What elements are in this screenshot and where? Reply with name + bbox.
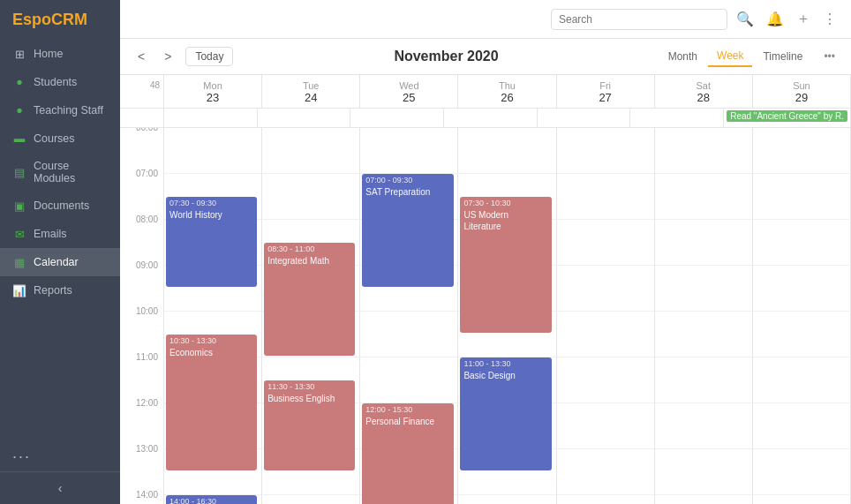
event-time-economics: 10:30 - 13:30 <box>169 336 253 347</box>
today-button[interactable]: Today <box>185 47 233 66</box>
day-cell-5-0700[interactable] <box>655 174 753 220</box>
time-label-1100: 11:00 <box>120 352 164 398</box>
day-num-thu: 26 <box>462 91 552 104</box>
sidebar-item-calendar[interactable]: ▦ Calendar <box>0 248 120 276</box>
sidebar-more[interactable]: ... <box>0 435 120 471</box>
event-creative-writing[interactable]: 14:00 - 16:30Creative Writing <box>166 495 257 504</box>
day-num-wed: 25 <box>364 91 454 104</box>
day-num-fri: 27 <box>561 91 651 104</box>
sidebar-item-courses[interactable]: ▬ Courses <box>0 124 120 153</box>
day-cell-4-0600[interactable] <box>557 128 655 174</box>
day-cell-5-0800[interactable] <box>655 220 753 266</box>
day-num-tue: 24 <box>266 91 356 104</box>
event-sat-preparation[interactable]: 07:00 - 09:30SAT Preparation <box>362 174 453 287</box>
sidebar-item-reports[interactable]: 📊 Reports <box>0 276 120 305</box>
event-us-modern-literature[interactable]: 07:30 - 10:30US Modern Literature <box>460 197 551 333</box>
day-cell-1-0700[interactable] <box>262 174 360 220</box>
sidebar-item-teaching-staff[interactable]: ● Teaching Staff <box>0 96 120 124</box>
day-cell-6-0800[interactable] <box>753 220 851 266</box>
sidebar-label-emails: Emails <box>34 228 67 240</box>
search-container: 🔍 🔔 ＋ ⋮ <box>131 6 840 32</box>
day-header-wed: Wed 25 <box>360 75 458 108</box>
view-more-icon[interactable]: ••• <box>820 47 839 66</box>
day-cell-3-1400[interactable] <box>458 495 556 504</box>
day-cell-2-0600[interactable] <box>360 128 458 174</box>
day-cell-5-1100[interactable] <box>655 357 753 403</box>
time-label-1400: 14:00 <box>120 490 164 504</box>
event-economics[interactable]: 10:30 - 13:30Economics <box>166 335 257 470</box>
sidebar-item-home[interactable]: ⊞ Home <box>0 40 120 68</box>
day-cell-4-0700[interactable] <box>557 174 655 220</box>
event-time-us-modern-literature: 07:30 - 10:30 <box>463 199 547 209</box>
sidebar-collapse-button[interactable]: ‹ <box>0 471 120 504</box>
event-world-history[interactable]: 07:30 - 09:30World History <box>166 197 257 287</box>
calendar-grid: 48 Mon 23 Tue 24 Wed 25 Thu 26 Fri 27 <box>120 75 851 504</box>
day-cell-6-1200[interactable] <box>753 403 851 449</box>
day-cell-4-1300[interactable] <box>557 449 655 495</box>
search-icon[interactable]: 🔍 <box>733 7 757 31</box>
day-cell-2-1000[interactable] <box>360 312 458 357</box>
day-cell-6-0700[interactable] <box>753 174 851 220</box>
day-cell-5-1400[interactable] <box>655 495 753 504</box>
day-cell-3-0600[interactable] <box>458 128 556 174</box>
day-cell-6-1400[interactable] <box>753 495 851 504</box>
day-cell-4-1000[interactable] <box>557 312 655 357</box>
day-cell-4-1100[interactable] <box>557 357 655 403</box>
day-cell-4-0900[interactable] <box>557 266 655 312</box>
next-button[interactable]: > <box>159 48 177 65</box>
event-integrated-math[interactable]: 08:30 - 11:00Integrated Math <box>264 243 355 356</box>
day-cell-0-0600[interactable] <box>164 128 262 174</box>
sidebar-label-course-modules: Course Modules <box>34 160 108 184</box>
bell-icon[interactable]: 🔔 <box>763 7 787 31</box>
day-cell-5-1000[interactable] <box>655 312 753 357</box>
day-cell-1-1400[interactable] <box>262 495 360 504</box>
event-time-personal-finance: 12:00 - 15:30 <box>365 405 449 416</box>
emails-icon: ✉ <box>12 227 26 241</box>
view-week-button[interactable]: Week <box>708 46 752 67</box>
day-cell-6-0900[interactable] <box>753 266 851 312</box>
allday-cell-sun[interactable]: Read "Ancient Greece" by R. <box>724 109 851 127</box>
day-cell-6-1000[interactable] <box>753 312 851 357</box>
time-label-0600: 06:00 <box>120 128 164 169</box>
day-cell-5-0600[interactable] <box>655 128 753 174</box>
sidebar-item-emails[interactable]: ✉ Emails <box>0 220 120 248</box>
topbar: 🔍 🔔 ＋ ⋮ <box>120 0 851 39</box>
event-title-business-english: Business English <box>267 393 351 404</box>
day-cell-2-1100[interactable] <box>360 357 458 403</box>
sidebar-item-course-modules[interactable]: ▤ Course Modules <box>0 153 120 192</box>
day-cell-5-1200[interactable] <box>655 403 753 449</box>
calendar-body[interactable]: 06:0007:0008:0009:0010:0011:0012:0013:00… <box>120 128 851 504</box>
courses-icon: ▬ <box>12 132 26 146</box>
event-title-integrated-math: Integrated Math <box>267 255 351 267</box>
event-basic-design[interactable]: 11:00 - 13:30Basic Design <box>460 357 551 470</box>
sidebar-item-documents[interactable]: ▣ Documents <box>0 192 120 220</box>
event-business-english[interactable]: 11:30 - 13:30Business English <box>264 380 355 470</box>
week-number: 48 <box>120 75 164 108</box>
sidebar-label-documents: Documents <box>34 199 89 212</box>
day-cell-5-0900[interactable] <box>655 266 753 312</box>
sidebar-label-calendar: Calendar <box>34 256 79 268</box>
home-icon: ⊞ <box>12 47 26 61</box>
day-cell-4-1200[interactable] <box>557 403 655 449</box>
prev-button[interactable]: < <box>132 48 150 65</box>
add-icon[interactable]: ＋ <box>793 6 814 32</box>
view-month-button[interactable]: Month <box>659 47 706 66</box>
event-personal-finance[interactable]: 12:00 - 15:30Personal Finance <box>362 403 453 504</box>
sidebar-label-reports: Reports <box>34 284 72 297</box>
day-cell-1-0600[interactable] <box>262 128 360 174</box>
day-name-mon: Mon <box>168 80 258 91</box>
search-input[interactable] <box>551 9 727 30</box>
view-timeline-button[interactable]: Timeline <box>754 47 811 66</box>
day-cell-4-0800[interactable] <box>557 220 655 266</box>
event-title-sat-preparation: SAT Preparation <box>365 186 449 198</box>
day-cell-6-1100[interactable] <box>753 357 851 403</box>
more-icon[interactable]: ⋮ <box>819 7 840 31</box>
day-cell-4-1400[interactable] <box>557 495 655 504</box>
day-cell-6-1300[interactable] <box>753 449 851 495</box>
sidebar-item-students[interactable]: ● Students <box>0 68 120 96</box>
day-cell-6-0600[interactable] <box>753 128 851 174</box>
allday-row: Read "Ancient Greece" by R. <box>120 109 851 128</box>
sidebar-label-teaching-staff: Teaching Staff <box>34 104 103 117</box>
day-cell-5-1300[interactable] <box>655 449 753 495</box>
allday-event-ancient-greece[interactable]: Read "Ancient Greece" by R. <box>727 110 847 122</box>
